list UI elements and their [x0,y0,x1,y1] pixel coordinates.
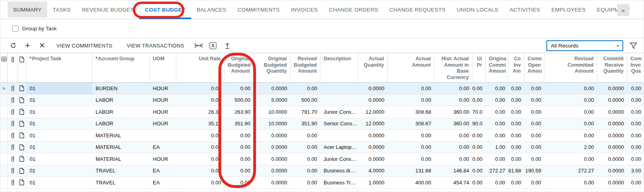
group-by-task-checkbox[interactable] [12,26,18,32]
cell-comm_invoiced_amt[interactable]: 0.00 [508,142,524,153]
cell-orig_committed[interactable]: 0.00 [486,130,508,141]
cell-actual_amount[interactable]: 0.00 [388,153,434,165]
column-header-rev_committed[interactable]: Revised Committed Amount [544,53,597,82]
column-header-project_task[interactable]: *Project Task [26,53,92,82]
row-selector-gutter[interactable] [0,106,8,118]
cell-actual_amount[interactable]: 0.00 [388,142,434,153]
cell-unit_price[interactable]: 0.00 [472,130,486,141]
cell-comm_invoiced_qty[interactable]: 0.00 [627,106,644,118]
cell-orig_committed[interactable]: 0.00 [486,177,508,188]
tab-overflow-button[interactable]: » [617,4,629,16]
cell-comm_invoiced_qty[interactable]: 0.00 [627,130,644,141]
cell-description[interactable]: Junior Cons… [320,153,358,165]
cell-unit_price[interactable]: 0.00 [472,95,486,106]
cell-description[interactable]: Acer Laptop… [320,142,358,153]
cell-orig_budg_qty[interactable]: 10.0000 [254,118,290,130]
cell-comm_open_amount[interactable]: 0.00 [524,83,544,94]
cell-orig_committed[interactable]: 0.00 [486,83,508,94]
export-to-excel-button[interactable]: X [206,40,220,51]
cell-actual_qty[interactable]: 0.0000 [358,153,388,165]
cell-account_group[interactable]: BURDEN [92,83,150,94]
tab-summary[interactable]: SUMMARY [8,2,47,18]
cell-unit_price[interactable]: 0.00 [472,83,486,94]
cell-hist_actual[interactable]: 0.00 [434,142,472,153]
column-header-orig_committed[interactable]: Origina Commi Amoun [486,53,508,82]
cell-rev_budg_amount[interactable]: 0.00 [290,153,320,165]
row-note-button[interactable] [18,165,26,177]
row-selector-gutter[interactable] [0,165,8,177]
grid-settings-button[interactable] [0,53,8,82]
cell-account_group[interactable]: LABOR [92,95,150,106]
cell-actual_amount[interactable]: 0.00 [388,130,434,141]
cell-account_group[interactable]: MATERIAL [92,153,150,165]
cell-comm_received_qty[interactable]: 0.0000 [597,153,627,165]
cell-unit_rate[interactable]: 0.00 [176,177,224,188]
cell-comm_open_amount[interactable]: 0.00 [524,118,544,130]
cell-rev_committed[interactable]: 0.00 [544,153,597,165]
row-attachment-button[interactable] [8,95,18,106]
cell-orig_committed[interactable]: 0.00 [486,106,508,118]
cell-orig_budg_qty[interactable]: 0.0000 [254,177,290,188]
refresh-button[interactable] [6,40,20,51]
cell-hist_actual[interactable]: 0.00 [434,95,472,106]
cell-actual_amount[interactable]: 400.00 [388,177,434,188]
cell-unit_rate[interactable]: 0.00 [176,165,224,177]
cell-orig_budg_amount[interactable]: 0.00 [224,83,254,94]
cell-description[interactable] [320,83,358,94]
cell-hist_actual[interactable]: 0.00 [434,130,472,141]
cell-project_task[interactable]: 01 [26,83,92,94]
delete-row-button[interactable]: ✕ [35,40,49,51]
row-note-button[interactable] [18,95,26,106]
cell-unit_rate[interactable]: 0.00 [176,130,224,141]
cell-rev_budg_amount[interactable]: 791.70 [290,106,320,118]
row-attachment-button[interactable] [8,177,18,188]
cell-hist_actual[interactable]: 146.84 [434,165,472,177]
cell-comm_open_amount[interactable]: 0.00 [524,177,544,188]
cell-orig_committed[interactable]: 0.00 [486,153,508,165]
cell-comm_received_qty[interactable]: 0.0000 [597,118,627,130]
cell-orig_budg_qty[interactable]: 5.0000 [254,95,290,106]
cell-comm_open_amount[interactable]: 0.00 [524,95,544,106]
row-note-button[interactable] [18,177,26,188]
tab-cost-budget[interactable]: COST BUDGET [139,2,191,18]
cell-comm_invoiced_qty[interactable]: 0.00 [627,142,644,153]
cell-project_task[interactable]: 01 [26,118,92,130]
cell-actual_qty[interactable]: 0.0000 [358,95,388,106]
cell-orig_committed[interactable]: 1.00 [486,142,508,153]
cell-rev_committed[interactable]: 0.00 [544,106,597,118]
tab-change-orders[interactable]: CHANGE ORDERS [323,2,384,18]
cell-rev_committed[interactable]: 0.00 [544,118,597,130]
row-attachment-button[interactable] [8,165,18,177]
cell-rev_committed[interactable]: 272.27 [544,165,597,177]
column-header-actual_qty[interactable]: Actual Quantity [358,53,388,82]
cell-comm_open_amount[interactable]: 0.00 [524,106,544,118]
cell-actual_amount[interactable]: 308.67 [388,118,434,130]
cell-unit_price[interactable]: 0.00 [472,153,486,165]
cell-actual_qty[interactable]: 12.0000 [358,106,388,118]
cell-rev_committed[interactable]: 0.00 [544,130,597,141]
row-note-button[interactable] [18,118,26,130]
cell-account_group[interactable]: LABOR [92,106,150,118]
column-header-comm_invoiced_amt[interactable]: Co Inv Am [508,53,524,82]
cell-uom[interactable]: EA [150,165,176,177]
view-transactions-button[interactable]: VIEW TRANSACTIONS [120,40,192,51]
row-attachment-button[interactable] [8,118,18,130]
row-note-button[interactable] [18,142,26,153]
cell-comm_open_amount[interactable]: 0.00 [524,142,544,153]
cell-orig_budg_qty[interactable]: 10.0000 [254,106,290,118]
cell-orig_budg_amount[interactable]: 351.90 [224,118,254,130]
tab-revenue-budget[interactable]: REVENUE BUDGET [76,2,139,18]
tab-change-requests[interactable]: CHANGE REQUESTS [384,2,451,18]
cell-comm_open_amount[interactable]: 190.59 [524,165,544,177]
column-header-unit_rate[interactable]: Unit Rate [176,53,224,82]
cell-description[interactable] [320,95,358,106]
cell-uom[interactable]: HOUR [150,95,176,106]
cell-project_task[interactable]: 01 [26,95,92,106]
tab-employees[interactable]: EMPLOYEES [546,2,591,18]
column-header-comm_open_amount[interactable]: Comn Open Amou [524,53,544,82]
cell-actual_qty[interactable]: 1.0000 [358,177,388,188]
cell-project_task[interactable]: 01 [26,130,92,141]
row-attachment-button[interactable] [8,130,18,141]
row-selector-gutter[interactable] [0,177,8,188]
cell-comm_invoiced_amt[interactable]: 0.00 [508,153,524,165]
